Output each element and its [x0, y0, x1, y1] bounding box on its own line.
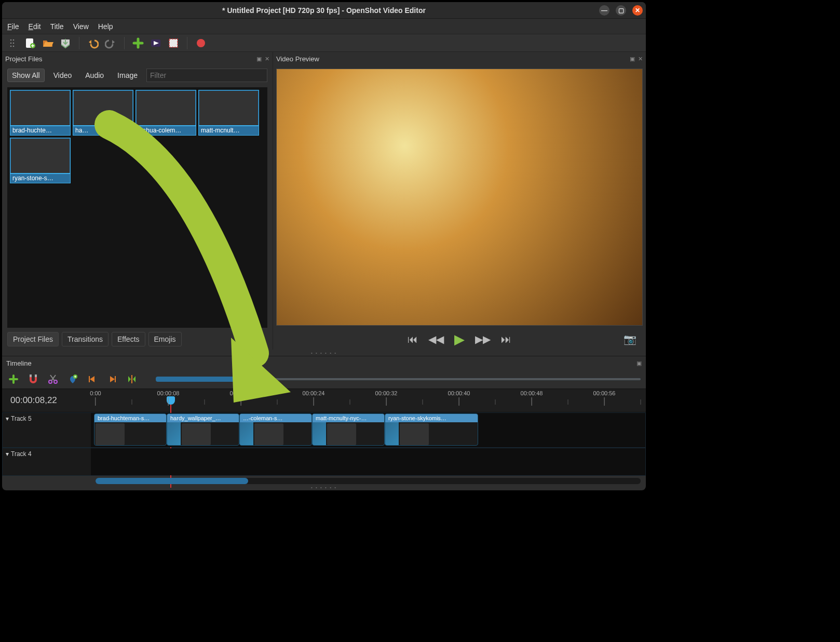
close-button[interactable]: ✕: [632, 5, 643, 16]
skip-to-end-button[interactable]: ⏭: [501, 333, 511, 345]
tab-transitions[interactable]: Transitions: [62, 332, 109, 346]
center-playhead-icon[interactable]: [126, 373, 138, 385]
close-preview-icon[interactable]: ✕: [638, 56, 643, 62]
ruler-tick: 00:00:56: [593, 390, 616, 406]
tab-effects[interactable]: Effects: [112, 332, 145, 346]
titlebar: * Untitled Project [HD 720p 30 fps] - Op…: [2, 2, 646, 19]
timeline-zoom-slider[interactable]: [156, 376, 641, 383]
menu-view[interactable]: View: [73, 22, 89, 31]
main-toolbar: [2, 34, 646, 52]
menu-help[interactable]: Help: [98, 22, 113, 31]
detach-icon[interactable]: ▣: [256, 56, 262, 62]
project-panel-tabs: Project Files Transitions Effects Emojis: [2, 330, 273, 350]
playback-controls: ⏮ ◀◀ ▶ ▶▶ ⏭ 📷: [273, 329, 646, 350]
project-files-filter-row: Show All Video Audio Image: [2, 65, 273, 85]
profile-icon[interactable]: [150, 37, 162, 49]
filter-image[interactable]: Image: [113, 69, 142, 82]
file-thumbnail[interactable]: brad-huchte…: [10, 90, 70, 135]
snap-icon[interactable]: [27, 373, 39, 385]
menu-title[interactable]: Title: [50, 22, 64, 31]
svg-rect-19: [131, 375, 132, 383]
project-files-title: Project Files: [5, 55, 43, 63]
svg-rect-18: [115, 376, 116, 382]
open-project-icon[interactable]: [42, 37, 54, 49]
timeline-ruler[interactable]: 0:0000:00:0800:00:1600:00:2400:00:3200:0…: [90, 389, 646, 412]
clip[interactable]: matt-mcnulty-nyc-…: [312, 413, 385, 446]
video-preview-pane: Video Preview ▣ ✕ ⏮ ◀◀ ▶ ▶▶ ⏭ 📷: [273, 52, 646, 350]
svg-rect-13: [35, 374, 37, 377]
window-title: * Untitled Project [HD 720p 30 fps] - Op…: [222, 6, 426, 15]
filter-audio[interactable]: Audio: [80, 69, 109, 82]
track-body[interactable]: [91, 448, 645, 475]
ruler-tick: 00:00:08: [157, 390, 180, 406]
maximize-button[interactable]: ▢: [616, 5, 626, 16]
undo-icon[interactable]: [87, 37, 99, 49]
timeline-title: Timeline: [6, 359, 32, 367]
close-pane-icon[interactable]: ✕: [265, 56, 269, 62]
export-icon[interactable]: [195, 37, 207, 49]
fullscreen-icon[interactable]: [167, 37, 180, 49]
video-preview-title: Video Preview: [276, 55, 319, 63]
detach-preview-icon[interactable]: ▣: [630, 56, 635, 62]
ruler-tick: 00:00:24: [303, 390, 325, 406]
ruler-tick: 00:00:16: [230, 390, 252, 406]
project-files-grid[interactable]: brad-huchte… ha… joshua-colem… matt-mcnu…: [7, 87, 267, 328]
save-project-icon[interactable]: [59, 37, 72, 49]
svg-rect-17: [89, 376, 90, 382]
menu-file[interactable]: File: [7, 22, 19, 31]
svg-point-3: [13, 42, 15, 44]
file-thumbnail[interactable]: ryan-stone-s…: [10, 138, 70, 183]
svg-rect-9: [169, 39, 178, 47]
track-body[interactable]: brad-huchteman-s… hardy_wallpaper_… …-co…: [91, 413, 645, 447]
import-files-icon[interactable]: [132, 37, 144, 49]
project-files-pane: Project Files ▣ ✕ Show All Video Audio I…: [2, 52, 273, 350]
chevron-down-icon: ▾: [6, 450, 9, 458]
detach-timeline-icon[interactable]: ▣: [636, 360, 642, 367]
new-project-icon[interactable]: [24, 37, 36, 49]
skip-to-start-button[interactable]: ⏮: [408, 333, 418, 345]
track-row: ▾ Track 5 brad-huchteman-s… hardy_wallpa…: [2, 412, 646, 448]
add-marker-icon[interactable]: [66, 373, 79, 385]
menubar: File Edit Title View Help: [2, 19, 646, 34]
video-preview-canvas[interactable]: [276, 69, 643, 326]
snapshot-button[interactable]: 📷: [624, 333, 636, 345]
filter-show-all[interactable]: Show All: [7, 69, 45, 82]
tab-project-files[interactable]: Project Files: [7, 332, 59, 346]
ruler-tick: 00:00:48: [521, 390, 543, 406]
timeline-scrollbar[interactable]: [96, 478, 641, 484]
file-thumbnail[interactable]: joshua-colem…: [136, 90, 196, 135]
grip-icon: [6, 37, 19, 49]
prev-marker-icon[interactable]: [86, 373, 99, 385]
svg-point-1: [13, 39, 15, 41]
next-marker-icon[interactable]: [106, 373, 118, 385]
file-thumbnail[interactable]: matt-mcnult…: [199, 90, 259, 135]
svg-rect-12: [30, 374, 32, 377]
fast-forward-button[interactable]: ▶▶: [475, 333, 491, 345]
clip[interactable]: brad-huchteman-s…: [94, 413, 167, 446]
filter-video[interactable]: Video: [49, 69, 77, 82]
clip[interactable]: …-coleman-s…: [239, 413, 312, 446]
timecode-display[interactable]: 00:00:08,22: [2, 389, 90, 412]
svg-point-11: [197, 39, 205, 47]
ruler-tick: 0:00: [90, 390, 101, 406]
svg-point-0: [10, 39, 12, 41]
chevron-down-icon: ▾: [6, 415, 9, 422]
rewind-button[interactable]: ◀◀: [428, 333, 444, 345]
clip[interactable]: hardy_wallpaper_…: [167, 413, 239, 446]
track-header[interactable]: ▾ Track 5: [3, 413, 91, 447]
play-button[interactable]: ▶: [454, 331, 465, 347]
razor-icon[interactable]: [47, 373, 59, 385]
track-row: ▾ Track 4: [2, 448, 646, 476]
svg-point-5: [13, 45, 15, 47]
ruler-tick: 00:00:40: [448, 390, 470, 406]
file-thumbnail[interactable]: ha…: [73, 90, 133, 135]
minimize-button[interactable]: —: [599, 5, 609, 16]
clip[interactable]: ryan-stone-skykomis…: [385, 413, 478, 446]
add-track-icon[interactable]: [7, 373, 20, 385]
redo-icon[interactable]: [104, 37, 117, 49]
menu-edit[interactable]: Edit: [29, 22, 41, 31]
app-window: * Untitled Project [HD 720p 30 fps] - Op…: [2, 2, 646, 490]
tab-emojis[interactable]: Emojis: [148, 332, 182, 346]
track-header[interactable]: ▾ Track 4: [3, 448, 91, 475]
filter-input[interactable]: [146, 69, 267, 82]
